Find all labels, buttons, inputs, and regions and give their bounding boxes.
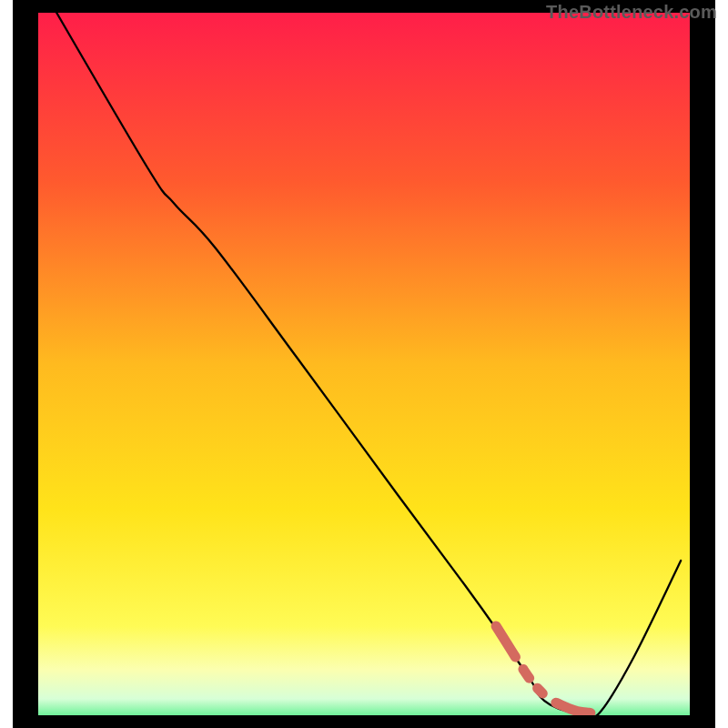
- plot-gradient-background: [25, 0, 703, 728]
- chart-svg: [0, 0, 728, 728]
- chart-stage: TheBottleneck.com: [0, 0, 728, 728]
- attribution-label: TheBottleneck.com: [546, 2, 717, 23]
